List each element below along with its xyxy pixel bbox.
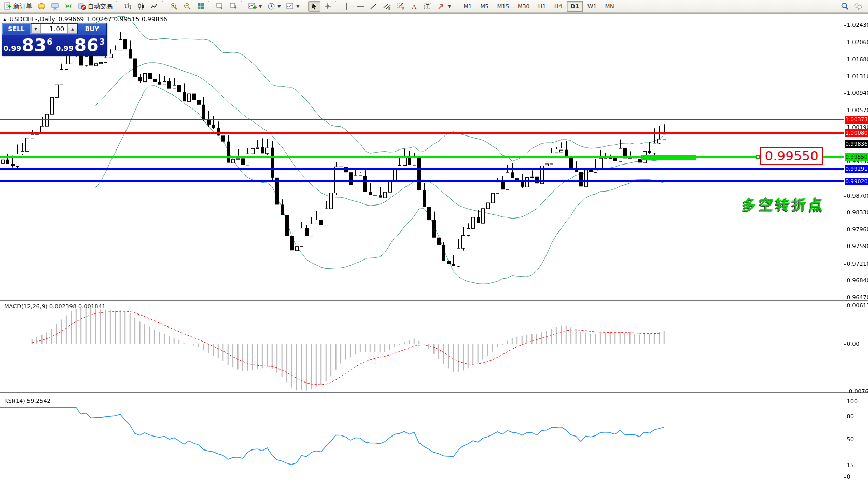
panel-separator-macd[interactable] [0,300,868,302]
cursor-icon [310,2,318,10]
macd-tick-label: 0.00 [847,340,860,347]
axis-tick-mark [844,402,846,402]
buy-button[interactable]: BUY [78,23,106,34]
timeframe-D1-button[interactable]: D1 [567,1,583,12]
rsi-tick-label: 0 [847,473,850,480]
horizontal-line-object[interactable] [0,180,844,182]
arrows-icon [437,2,445,10]
turning-point-annotation[interactable]: 多空转折点 [743,195,825,214]
timeframe-W1-button[interactable]: W1 [584,1,600,12]
vertical-line-icon [343,2,351,10]
price-tick-label: 0.97960 [847,226,868,233]
collapse-triangle-icon[interactable]: ▲ [3,17,6,22]
price-level-badge: 1.00080 [845,129,868,137]
buy-price-prefix: 0.99 [55,44,74,52]
rsi-tick-label: 15 [847,462,854,469]
chart-canvas[interactable] [0,13,868,491]
toolbar-period-clock-button[interactable]: ▼ [265,1,283,12]
price-tick-label: 0.96470 [847,294,868,301]
toolbar-horizontal-line-button[interactable] [354,1,367,12]
axis-tick-mark [844,43,846,43]
toolbar-arrows-button[interactable]: ▼ [435,1,453,12]
buy-price-display[interactable]: 0.99 86 3 [54,35,106,55]
toolbar-coin-button[interactable] [35,1,48,12]
timeframe-M1-button[interactable]: M1 [460,1,476,12]
horizontal-line-object[interactable] [0,168,844,170]
toolbar-autotrade-button[interactable]: 自动交易 [76,1,115,12]
toolbar-crosshair-button[interactable] [321,1,334,12]
axis-tick-mark [844,93,846,94]
horizontal-line-object[interactable] [0,132,844,134]
new-order-icon [4,2,12,10]
toolbar-separator [455,1,458,11]
timeframe-H4-button[interactable]: H4 [551,1,566,12]
toolbar-search-button[interactable] [838,1,851,12]
zoom-out-icon [183,2,191,10]
line-chart-icon [150,2,159,10]
thick-green-trendline[interactable] [641,155,696,160]
volume-input[interactable]: 1.00 [40,24,68,34]
rsi-tick-label: 80 [847,413,854,420]
price-text-object[interactable]: 0.99550 [760,147,823,165]
toolbar-monitor-button[interactable] [49,1,61,12]
sell-price-pip: 6 [47,37,52,47]
axis-tick-mark [844,247,846,247]
price-tick-label: 1.01680 [847,56,868,63]
dropdown-caret-icon[interactable]: ▼ [277,4,281,9]
toolbar-bar-chart-button[interactable] [121,1,134,12]
toolbar-signal-button[interactable] [62,1,75,12]
toolbar-zoom-out-button[interactable] [181,1,193,12]
horizontal-line-object[interactable] [0,119,844,120]
sell-button[interactable]: SELL [2,23,31,34]
volume-stepper: ▼ 1.00 ▲ [31,23,78,34]
timeframe-M30-button[interactable]: M30 [514,1,534,12]
toolbar-fibonacci-button[interactable]: F [395,1,407,12]
toolbar-line-chart-button[interactable] [148,1,161,12]
toolbar-separator [208,1,212,11]
price-tick-label: 0.98700 [847,193,868,199]
chart-area: ▲ USDCHF-,Daily 0.99669 1.00267 0.99515 … [0,13,868,491]
toolbar-arrange-vertical-button[interactable] [227,1,240,12]
price-level-badge: 0.99020 [845,178,868,185]
toolbar-vertical-line-button[interactable] [341,1,353,12]
panel-separator-rsi[interactable] [0,392,868,394]
toolbar-tile-windows-button[interactable] [194,1,207,12]
volume-decrease-button[interactable]: ▼ [31,24,40,34]
svg-text:F: F [402,7,404,10]
macd-label: MACD(12,26,9) 0.002398 0.001841 [4,303,106,310]
axis-tick-mark [844,128,846,128]
toolbar-new-order-button[interactable]: 新订单 [2,1,34,12]
object-selection-handle[interactable] [756,155,760,159]
toolbar-zoom-in-button[interactable] [167,1,180,12]
timeframe-H1-button[interactable]: H1 [535,1,550,12]
toolbar-cursor-button[interactable] [308,1,320,12]
dropdown-caret-icon[interactable]: ▼ [259,4,262,9]
axis-tick-mark [844,25,846,26]
toolbar-template-button[interactable]: ▼ [284,1,301,12]
toolbar-text-label-button[interactable]: T [422,1,434,12]
volume-increase-button[interactable]: ▲ [68,24,77,34]
bar-chart-icon [123,2,132,10]
timeframe-M15-button[interactable]: M15 [494,1,513,12]
toolbar-add-indicator-button[interactable]: ▼ [246,1,264,12]
timeframe-MN-button[interactable]: MN [601,1,618,12]
toolbar-arrange-cascade-button[interactable] [214,1,226,12]
axis-tick-mark [844,417,846,417]
toolbar-channel-button[interactable]: E [381,1,394,12]
macd-tick-label: -0.007612 [847,388,868,395]
toolbar-trendline-button[interactable] [368,1,380,12]
toolbar-text-button[interactable]: A [408,1,421,12]
dropdown-caret-icon[interactable]: ▼ [447,4,451,9]
dropdown-caret-icon[interactable]: ▼ [296,4,299,9]
price-tick-label: 0.98330 [847,209,868,216]
axis-tick-mark [844,264,846,265]
timeframe-M5-button[interactable]: M5 [477,1,493,12]
toolbar-separator [303,1,306,11]
ohlc-values: 0.99669 1.00267 0.99515 0.99836 [59,16,167,23]
fibonacci-icon: F [397,2,405,10]
horizontal-line-object[interactable] [0,156,844,158]
toolbar-chat-button[interactable] [852,1,864,12]
toolbar-candle-chart-button[interactable] [135,1,147,12]
sell-price-display[interactable]: 0.99 83 6 [2,35,54,55]
axis-tick-mark [844,466,846,466]
